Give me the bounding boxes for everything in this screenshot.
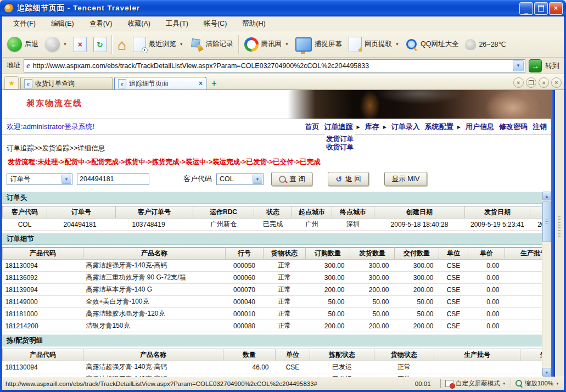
refresh-button[interactable]: ↻ (92, 36, 108, 53)
nav-item[interactable]: 库存 ▶ (365, 122, 386, 132)
zoom-icon (515, 380, 523, 387)
column-header: 拣配状态 (310, 349, 374, 361)
nav-item[interactable]: 修改密码 (499, 122, 528, 132)
clear-history-label: 清除记录 (206, 40, 233, 49)
go-button[interactable]: → (529, 59, 542, 72)
recent-history-button[interactable]: 最近浏览 ▼ (131, 36, 185, 53)
weather-widget[interactable]: 26~28℃ (463, 38, 507, 51)
nav-item[interactable]: 订单录入 (391, 122, 420, 132)
close-tab-button[interactable]: × (551, 77, 562, 88)
table-row[interactable]: 181181000高露洁蜂胶水晶牙膏-120克000010正常50.0050.0… (3, 308, 552, 320)
favorites-button[interactable]: ★ (4, 76, 19, 89)
home-button[interactable]: ⌂ (116, 36, 128, 53)
qq-sites-button[interactable]: QQ网址大全 (404, 37, 460, 52)
address-input[interactable]: e http://www.aspxam.com/ebs/track/TrackD… (24, 59, 525, 72)
tencent-site-button[interactable]: 腾讯网 ▼ (243, 36, 290, 53)
menu-item[interactable]: 查看(V) (82, 18, 120, 30)
table-cell: 高露洁超强牙膏-140克-高钙 (83, 361, 223, 373)
table-row[interactable]: 181130094高露洁超强牙膏-140克-高钙000050正常300.0030… (3, 260, 552, 272)
submenu-item[interactable]: 收货订单 (326, 143, 354, 152)
column-header: 货物状态 (374, 349, 434, 361)
menu-item[interactable]: 工具(T) (158, 18, 196, 30)
table-cell: 46.00 (223, 361, 276, 373)
title-bar[interactable]: 追踪细节页面 - Tencent Traveler _ × (0, 0, 566, 16)
scrollbar-track[interactable] (542, 200, 551, 368)
tab-close-icon[interactable]: × (199, 80, 203, 87)
menu-item[interactable]: 文件(F) (5, 18, 43, 30)
tab-scroll-button[interactable]: » (539, 77, 549, 88)
extract-dropdown-icon[interactable]: ▼ (395, 42, 399, 46)
table-row[interactable]: 181149000全效+美白牙膏-100克000040正常50.0050.005… (3, 296, 552, 308)
nav-item-label: 订单录入 (391, 122, 420, 132)
table-cell: 000010 (226, 308, 264, 320)
nav-item[interactable]: 订单追踪 ▶ (324, 122, 360, 132)
back-label: 后退 (25, 40, 38, 49)
refresh-icon: ↻ (93, 37, 107, 52)
recent-dropdown-icon[interactable]: ▼ (180, 42, 183, 46)
address-dropdown-button[interactable]: ▼ (513, 60, 524, 71)
table-cell: 300.00 (350, 260, 395, 272)
popup-block-mode[interactable]: 自定义屏蔽模式 ▼ (440, 379, 510, 388)
capture-label: 捕捉屏幕 (315, 40, 342, 49)
table-cell: 181136092 (3, 272, 83, 284)
tab[interactable]: e 收货订单查询 × (20, 77, 113, 89)
table-cell: 0.00 (468, 320, 505, 332)
column-header: 数量 (223, 349, 276, 361)
menu-item[interactable]: 编辑(E) (43, 18, 82, 30)
scrollbar-thumb[interactable] (542, 201, 551, 242)
capture-screen-button[interactable]: 捕捉屏幕 (294, 36, 344, 53)
tab-list-button[interactable]: » (513, 77, 524, 88)
menu-item[interactable]: 帐号(C) (196, 18, 234, 30)
table-cell: 高露洁三重功效牙膏 90 G-72支/箱 (83, 272, 226, 284)
tab[interactable]: e 追踪细节页面 × (114, 77, 206, 89)
submenu-item[interactable]: 发货订单 (326, 135, 354, 143)
menu-item[interactable]: 帮助(H) (234, 18, 273, 30)
vertical-scrollbar[interactable]: ▲ ▼ (542, 192, 551, 377)
tencent-dropdown-icon[interactable]: ▼ (285, 42, 289, 46)
nav-item[interactable]: 系统配置 ▶ (425, 122, 461, 132)
forward-button[interactable]: → ▼ (43, 36, 69, 53)
tab-label: 追踪细节页面 (129, 79, 196, 88)
minimize-button[interactable]: _ (519, 2, 533, 15)
table-cell: 高露洁超强牙膏-140克-高钙 (83, 260, 226, 272)
table-row[interactable]: 181139094高露洁草本牙膏-140 G000070正常200.00200.… (3, 284, 552, 296)
close-button[interactable]: × (549, 2, 563, 15)
web-extract-button[interactable]: 网页提取 ▼ (347, 36, 401, 53)
menu-item[interactable]: 收藏(A) (120, 18, 158, 30)
clear-history-button[interactable]: 清除记录 (188, 37, 235, 52)
down-arrow-icon: ▼ (545, 371, 549, 374)
restore-button[interactable] (534, 2, 548, 15)
forward-dropdown-icon[interactable]: ▼ (63, 42, 67, 46)
back-button[interactable]: ← 后退 (5, 36, 40, 53)
order-number-input[interactable] (77, 173, 149, 185)
scroll-down-button[interactable]: ▼ (542, 368, 551, 377)
table-cell: 000080 (226, 320, 264, 332)
table-row[interactable]: COL204494181103748419广州新仓已完成广州深圳2009-5-1… (3, 219, 552, 231)
table-row[interactable]: 181130094高露洁超强牙膏-140克-高钙254.00CSE已发运正常20… (3, 373, 552, 377)
column-header: 状态 (254, 206, 292, 219)
return-button[interactable]: ↺ 返 回 (328, 172, 368, 186)
zoom-control[interactable]: 缩放100% ▼ (511, 379, 564, 388)
table-cell: 200.00 (350, 320, 395, 332)
search-field-select[interactable]: 订单号 ▼ (7, 173, 72, 185)
search-icon (406, 38, 418, 51)
minimize-icon: _ (524, 7, 528, 14)
nav-item[interactable]: 用户信息 (466, 122, 494, 132)
show-miv-button[interactable]: 显示 MIV (384, 172, 428, 186)
query-button[interactable]: 查 询 (271, 172, 312, 186)
new-tab-button[interactable]: + (208, 77, 220, 89)
window-mode-button[interactable] (526, 77, 536, 88)
nav-item[interactable]: 注销 (533, 122, 547, 132)
stop-button[interactable]: × (72, 36, 88, 53)
nav-item[interactable]: 首页 (305, 122, 320, 132)
customer-code-select[interactable]: COL ▼ (216, 173, 264, 185)
scroll-up-button[interactable]: ▲ (542, 192, 551, 200)
table-cell: 2009-5-18 18:40:28 (374, 219, 465, 231)
table-row[interactable]: 181136092高露洁三重功效牙膏 90 G-72支/箱000060正常300… (3, 272, 552, 284)
table-row[interactable]: 181130094高露洁超强牙膏-140克-高钙46.00CSE已发运正常200… (3, 361, 552, 373)
table-cell: 2009-5-19 5:23:41 (465, 219, 530, 231)
side-panel-handle[interactable] (555, 90, 564, 377)
chevron-down-icon: ▼ (556, 382, 559, 385)
table-cell: 103748419 (116, 219, 193, 231)
table-row[interactable]: 181214200洁银牙膏150克000080正常200.00200.00200… (3, 320, 552, 332)
